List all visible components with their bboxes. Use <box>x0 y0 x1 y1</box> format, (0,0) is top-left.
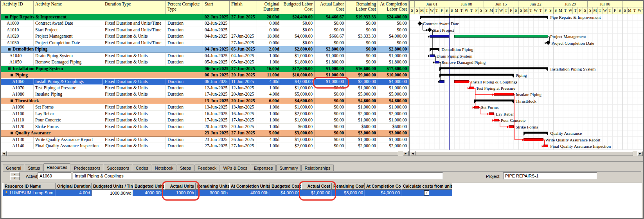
resource-column-header-calc[interactable]: Calculate costs from units <box>401 183 452 190</box>
summary-bar[interactable] <box>430 48 439 50</box>
table-row[interactable]: A1000Contract Award DateFixed Duration a… <box>1 20 409 27</box>
summary-bar[interactable] <box>439 67 548 69</box>
band-row[interactable]: Piping06-Jun-202520-Jun-202511.00d$10,00… <box>1 72 409 78</box>
column-header-pct[interactable]: Percent Complete Type <box>166 1 203 14</box>
blue-bar[interactable] <box>435 61 440 63</box>
summary-bar[interactable] <box>474 100 514 101</box>
red-bar[interactable] <box>494 93 514 96</box>
resource-column-header-ru[interactable]: Remaining Units <box>196 183 229 190</box>
collapse-icon[interactable] <box>8 48 11 51</box>
column-header-name[interactable]: Activity Name <box>34 1 103 14</box>
table-row[interactable]: A1090Set FormsFixed Duration & UnitsDura… <box>1 104 409 110</box>
summary-bar[interactable] <box>439 74 514 76</box>
table-row[interactable]: A1120Strike FormsFixed Duration & UnitsD… <box>1 124 409 130</box>
column-header-atc[interactable]: At Completion Labor Cost <box>378 1 409 14</box>
table-row[interactable]: A1070Test Piping at PressureFixed Durati… <box>1 85 409 91</box>
red-bar[interactable] <box>523 138 543 141</box>
resource-cell-calc[interactable]: ✓ <box>401 190 452 196</box>
red-bar[interactable] <box>509 125 514 128</box>
table-horizontal-scrollbar[interactable]: ◀ ▶ <box>1 151 409 156</box>
tab-codes[interactable]: Codes <box>133 165 151 171</box>
collapse-icon[interactable] <box>8 67 11 70</box>
red-bar[interactable] <box>543 145 549 147</box>
table-scrollbar-thumb[interactable] <box>7 151 398 156</box>
next-activity-button[interactable]: ▼ <box>10 176 20 180</box>
table-row[interactable]: A1130Write Quality Assurance ReportFixed… <box>1 137 409 143</box>
resource-column-header-name[interactable]: Resource ID Name <box>3 183 56 190</box>
red-bar[interactable] <box>489 112 494 115</box>
table-row[interactable]: A1030Project Completion DateFixed Durati… <box>1 40 409 46</box>
tab-wps-docs[interactable]: WPs & Docs <box>220 165 250 171</box>
previous-activity-button[interactable]: ▲ <box>10 172 20 176</box>
summary-bar[interactable] <box>420 16 549 18</box>
resource-column-header-acc[interactable]: At Completion Cost <box>365 183 401 190</box>
resource-column-header-au[interactable]: Actual Units <box>164 183 196 190</box>
column-header-dt[interactable]: Duration Type <box>103 1 166 14</box>
red-bar[interactable] <box>474 106 479 109</box>
band-row[interactable]: Installation Piping System06-Jun-202527-… <box>1 66 409 72</box>
summary-bar[interactable] <box>523 132 548 134</box>
column-header-od[interactable]: Original Duration <box>257 1 281 14</box>
column-header-rem[interactable]: Remaining Labor Cost <box>346 1 378 14</box>
red-bar[interactable] <box>494 119 499 121</box>
calculate-costs-checkbox[interactable]: ✓ <box>424 190 429 195</box>
resource-column-header-ac[interactable]: Actual Cost <box>301 183 332 190</box>
resource-column-header-but[interactable]: Budgeted Units / Time <box>92 183 133 190</box>
column-header-start[interactable]: Start <box>203 1 230 14</box>
table-row[interactable]: A1100Lay RebarFixed Duration & UnitsDura… <box>1 111 409 117</box>
band-row[interactable]: Quality Assurance23-Jun-202527-Jun-20255… <box>1 130 409 136</box>
scroll-right-icon[interactable]: ▶ <box>403 151 408 156</box>
band-row[interactable]: Thrustblock13-Jun-202520-Jun-20256.00d$4… <box>1 98 409 104</box>
tab-feedback[interactable]: Feedback <box>194 165 219 171</box>
activity-name-field[interactable] <box>73 172 443 179</box>
collapse-icon[interactable] <box>5 16 8 18</box>
activity-id-field[interactable] <box>38 172 71 179</box>
band-row[interactable]: Pipe Repairs & Improvement02-Jun-202527-… <box>1 14 409 20</box>
blue-bar[interactable] <box>430 35 450 38</box>
band-row[interactable]: Demolition Piping04-Jun-202505-Jun-20252… <box>1 46 409 52</box>
column-header-act[interactable]: Actual Labor Cost <box>315 1 346 14</box>
table-row[interactable]: A1040Drain Piping SystemFixed Duration &… <box>1 53 409 59</box>
blue-bar[interactable] <box>439 80 444 83</box>
resource-column-header-acu[interactable]: At Completion Units <box>229 183 270 190</box>
column-header-bud[interactable]: Budgeted Labor Cost <box>281 1 315 14</box>
scroll-left-icon[interactable]: ◀ <box>1 151 7 156</box>
tab-status[interactable]: Status <box>25 165 43 171</box>
tab-successors[interactable]: Successors <box>104 165 132 171</box>
tab-resources[interactable]: Resources <box>43 163 70 171</box>
tab-expenses[interactable]: Expenses <box>251 165 276 171</box>
table-row[interactable]: A1080Insulate PipingFixed Duration & Uni… <box>1 91 409 98</box>
resource-column-header-bc[interactable]: Budgeted Cost <box>270 183 301 190</box>
tab-general[interactable]: General <box>3 165 24 171</box>
table-row[interactable]: A1020Project ManagementFixed Duration & … <box>1 33 409 40</box>
tab-predecessors[interactable]: Predecessors <box>71 165 103 171</box>
gantt-scrollbar-thumb[interactable] <box>416 151 633 156</box>
table-row[interactable]: A1110Pour ConcreteFixed Duration & Units… <box>1 117 409 123</box>
resource-column-header-od[interactable]: Original Duration <box>56 183 92 190</box>
collapse-icon[interactable] <box>11 100 13 102</box>
resource-column-header-rc[interactable]: Remaining Cost <box>332 183 365 190</box>
column-header-finish[interactable]: Finish <box>230 1 257 14</box>
table-row[interactable]: A1050Remove Damaged PipingFixed Duration… <box>1 59 409 65</box>
collapse-icon[interactable] <box>11 74 13 76</box>
red-bar[interactable] <box>454 80 469 83</box>
resource-row[interactable]: LUMPSUM.Lump Sum4.00d1000.00h/d4000.00h1… <box>3 190 452 196</box>
table-row[interactable]: A1060Install Piping & CouplingsFixed Dur… <box>1 79 409 85</box>
red-bar[interactable] <box>469 87 474 89</box>
gantt-horizontal-scrollbar[interactable]: ◀ ▶ <box>410 151 643 156</box>
column-header-id[interactable]: Activity ID <box>1 1 34 14</box>
tab-steps[interactable]: Steps <box>177 165 194 171</box>
table-row[interactable]: A1010Start ProjectFixed Duration and Uni… <box>1 27 409 33</box>
project-field[interactable] <box>503 172 597 179</box>
green-bar[interactable] <box>454 35 548 38</box>
collapse-icon[interactable] <box>11 132 13 134</box>
table-row[interactable]: A1140Final Quality Assurance InspectionF… <box>1 143 409 149</box>
scroll-right-icon[interactable]: ▶ <box>637 151 643 156</box>
tab-relationships[interactable]: Relationships <box>301 165 333 171</box>
scroll-left-icon[interactable]: ◀ <box>410 151 416 156</box>
blue-bar[interactable] <box>430 54 435 57</box>
tab-notebook[interactable]: Notebook <box>152 165 176 171</box>
cell-pct: Duration <box>166 104 203 110</box>
tab-summary[interactable]: Summary <box>276 165 301 171</box>
resource-column-header-bu[interactable]: Budgeted Units <box>133 183 164 190</box>
